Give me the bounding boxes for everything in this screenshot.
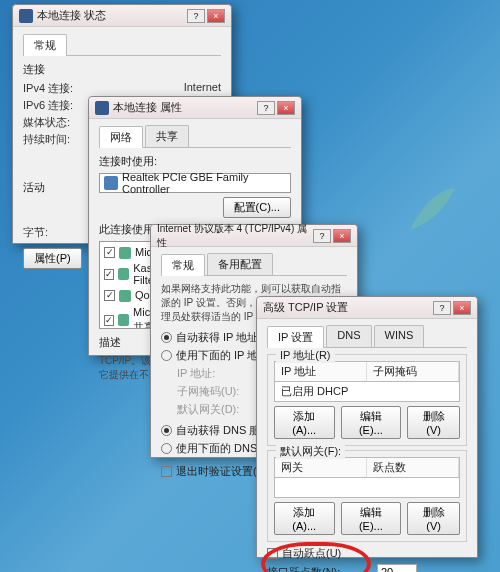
network-icon: [95, 101, 109, 115]
ip-group-label: IP 地址(R): [276, 348, 335, 363]
tab-ip-settings[interactable]: IP 设置: [267, 326, 324, 348]
auto-ip-radio[interactable]: [161, 332, 172, 343]
component-icon: [119, 290, 131, 302]
close-button[interactable]: ×: [277, 101, 295, 115]
component-icon: [118, 268, 129, 280]
component-icon: [119, 247, 131, 259]
close-button[interactable]: ×: [333, 229, 351, 243]
ipv4-label: IPv4 连接:: [23, 81, 103, 96]
if-metric-input[interactable]: [377, 564, 417, 572]
close-button[interactable]: ×: [453, 301, 471, 315]
ip-edit-button[interactable]: 编辑(E)...: [341, 406, 402, 439]
col-ip: IP 地址: [275, 362, 367, 381]
tab-dns[interactable]: DNS: [326, 325, 371, 347]
tab-general[interactable]: 常规: [23, 34, 67, 56]
validate-label: 退出时验证设置(L): [176, 464, 266, 479]
gw-group-label: 默认网关(F):: [276, 444, 345, 459]
auto-metric-label: 自动跃点(U): [282, 546, 341, 561]
if-metric-label: 接口跃点数(N):: [267, 565, 377, 573]
ip-del-button[interactable]: 删除(V): [407, 406, 460, 439]
col-mask: 子网掩码: [367, 362, 459, 381]
gw-grid-body[interactable]: [274, 478, 460, 498]
tab-general[interactable]: 常规: [161, 254, 205, 276]
component-icon: [118, 314, 129, 326]
manual-dns-radio[interactable]: [161, 443, 172, 454]
auto-metric-checkbox[interactable]: [267, 548, 278, 559]
col-gw: 网关: [275, 458, 367, 477]
properties-button[interactable]: 属性(P): [23, 248, 82, 269]
adapter-icon: [104, 176, 118, 190]
gw-add-button[interactable]: 添加(A)...: [274, 502, 335, 535]
col-metric: 跃点数: [367, 458, 459, 477]
ip-grid-body[interactable]: 已启用 DHCP: [274, 382, 460, 402]
auto-dns-radio[interactable]: [161, 425, 172, 436]
dlg3-title: Internet 协议版本 4 (TCP/IPv4) 属性: [157, 222, 313, 250]
tab-wins[interactable]: WINS: [374, 325, 425, 347]
tab-alt[interactable]: 备用配置: [207, 253, 273, 275]
ip-add-button[interactable]: 添加(A)...: [274, 406, 335, 439]
help-button[interactable]: ?: [433, 301, 451, 315]
close-button[interactable]: ×: [207, 9, 225, 23]
dlg1-title: 本地连接 状态: [37, 8, 187, 23]
help-button[interactable]: ?: [313, 229, 331, 243]
dlg4-titlebar[interactable]: 高级 TCP/IP 设置 ? ×: [257, 297, 477, 319]
ipv4-value: Internet: [103, 81, 221, 96]
validate-checkbox[interactable]: [161, 466, 172, 477]
manual-ip-radio[interactable]: [161, 350, 172, 361]
adapter-dropdown[interactable]: Realtek PCIe GBE Family Controller: [99, 173, 291, 193]
dlg4-title: 高级 TCP/IP 设置: [263, 300, 433, 315]
gw-edit-button[interactable]: 编辑(E)...: [341, 502, 402, 535]
dlg2-title: 本地连接 属性: [113, 100, 257, 115]
connection-label: 连接: [23, 62, 221, 77]
tab-sharing[interactable]: 共享: [145, 125, 189, 147]
configure-button[interactable]: 配置(C)...: [223, 197, 291, 218]
adapter-name: Realtek PCIe GBE Family Controller: [122, 171, 286, 195]
network-icon: [19, 9, 33, 23]
dlg2-titlebar[interactable]: 本地连接 属性 ? ×: [89, 97, 301, 119]
help-button[interactable]: ?: [187, 9, 205, 23]
dlg3-titlebar[interactable]: Internet 协议版本 4 (TCP/IPv4) 属性 ? ×: [151, 225, 357, 247]
help-button[interactable]: ?: [257, 101, 275, 115]
connect-using-label: 连接时使用:: [99, 154, 291, 169]
dlg1-titlebar[interactable]: 本地连接 状态 ? ×: [13, 5, 231, 27]
tab-network[interactable]: 网络: [99, 126, 143, 148]
gw-del-button[interactable]: 删除(V): [407, 502, 460, 535]
